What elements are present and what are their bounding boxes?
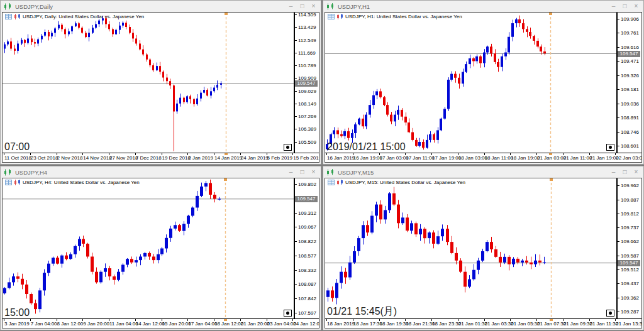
candle-body bbox=[203, 90, 205, 93]
price-tick-mark bbox=[618, 132, 619, 133]
price-tick-mark bbox=[618, 298, 619, 298]
candle-body bbox=[56, 258, 59, 263]
window-titlebar[interactable]: USDJPY,M15 – □ × bbox=[323, 166, 643, 178]
price-tick-mark bbox=[295, 284, 297, 285]
vline-bottom-marker[interactable] bbox=[224, 319, 227, 321]
price-tick-label: 109.761 bbox=[621, 30, 639, 36]
maximize-button[interactable]: □ bbox=[297, 2, 307, 11]
candle-body bbox=[135, 38, 137, 43]
price-tick-mark bbox=[295, 227, 297, 227]
price-axis[interactable]: 109.547 109.802109.312109.067108.822108.… bbox=[295, 178, 319, 319]
price-axis[interactable]: 109.547 114.309113.429112.549111.669110.… bbox=[295, 13, 319, 153]
price-tick-label: 109.326 bbox=[621, 72, 639, 78]
close-button[interactable]: × bbox=[631, 2, 641, 11]
time-tick-label: 3 Jan 2019 bbox=[4, 321, 30, 327]
plot-h1[interactable]: USDJPY, H1: United States Dollar vs. Jap… bbox=[325, 13, 618, 153]
maximize-button[interactable]: □ bbox=[297, 168, 307, 176]
maximize-button[interactable]: □ bbox=[620, 2, 630, 11]
time-axis[interactable]: 3 Jan 20197 Jan 04:008 Jan 12:009 Jan 20… bbox=[3, 319, 319, 328]
price-tick-label: 113.429 bbox=[298, 24, 316, 30]
candle-body bbox=[423, 229, 426, 238]
window-titlebar[interactable]: USDJPY,H1 – □ × bbox=[323, 1, 643, 12]
candle-body bbox=[143, 253, 147, 257]
candle-body bbox=[465, 64, 467, 72]
candle-body bbox=[469, 58, 471, 64]
close-button[interactable]: × bbox=[309, 2, 318, 11]
candle-body bbox=[481, 251, 484, 261]
time-axis[interactable]: 11 Oct 201823 Oct 20182 Nov 201814 Nov 2… bbox=[3, 153, 319, 162]
price-tick-mark bbox=[618, 104, 619, 104]
candle-body bbox=[156, 66, 158, 70]
vline-bottom-marker[interactable] bbox=[549, 153, 552, 155]
minimize-button[interactable]: – bbox=[609, 2, 618, 11]
candle-body bbox=[455, 253, 458, 261]
candle-body bbox=[483, 53, 486, 63]
price-tick-mark bbox=[618, 61, 619, 62]
time-axis[interactable]: 16 Jan 201916 Jan 19:0017 Jan 03:0017 Ja… bbox=[325, 153, 641, 162]
candle-body bbox=[526, 29, 528, 32]
candle-body bbox=[418, 142, 421, 146]
price-tick-mark bbox=[618, 19, 619, 19]
vline-top-marker[interactable] bbox=[225, 13, 228, 15]
scroll-to-end-button[interactable] bbox=[606, 144, 614, 151]
plot-h4[interactable]: USDJPY, H4: United States Dollar vs. Jap… bbox=[3, 178, 295, 319]
candle-body bbox=[512, 259, 515, 264]
plot-daily[interactable]: USDJPY, Daily: United States Dollar vs. … bbox=[3, 13, 295, 153]
candle-body bbox=[139, 43, 141, 49]
scroll-to-end-button[interactable] bbox=[284, 310, 292, 317]
candle-body bbox=[472, 58, 475, 62]
time-tick-label: 17 Jan 04:00 bbox=[188, 321, 217, 327]
candlestick-canvas[interactable] bbox=[3, 178, 294, 318]
scroll-to-end-button[interactable] bbox=[606, 310, 614, 317]
candle-body bbox=[196, 196, 199, 208]
candle-body bbox=[160, 249, 164, 254]
chart-info-line: USDJPY, H4: United States Dollar vs. Jap… bbox=[5, 180, 140, 185]
minimize-button[interactable]: – bbox=[609, 168, 618, 176]
window-title: USDJPY,H4 bbox=[15, 169, 284, 176]
close-button[interactable]: × bbox=[309, 168, 318, 176]
time-tick-label: 15 Feb 2019 bbox=[293, 155, 319, 161]
price-tick-mark bbox=[295, 27, 297, 28]
candle-body bbox=[379, 205, 382, 220]
candle-body bbox=[17, 43, 19, 51]
window-titlebar[interactable]: USDJPY,H4 – □ × bbox=[1, 166, 321, 178]
candle-body bbox=[384, 210, 387, 220]
candle-body bbox=[10, 41, 12, 49]
candle-body bbox=[119, 26, 121, 30]
time-annotation: 15:00 bbox=[4, 307, 30, 318]
window-titlebar[interactable]: USDJPY,Daily – □ × bbox=[1, 1, 321, 12]
minimize-button[interactable]: – bbox=[286, 2, 296, 11]
candle-body bbox=[204, 183, 208, 187]
time-tick-label: 18 Jan 12:00 bbox=[214, 321, 243, 327]
candle-body bbox=[375, 205, 378, 216]
candlestick-canvas[interactable] bbox=[325, 178, 616, 318]
vline-bottom-marker[interactable] bbox=[550, 319, 553, 321]
candle-body bbox=[446, 229, 449, 242]
candle-body bbox=[511, 23, 514, 37]
candle-body bbox=[8, 282, 11, 288]
candle-body bbox=[336, 130, 339, 134]
price-axis[interactable]: 109.547 109.906109.761109.616109.471109.… bbox=[618, 13, 641, 153]
current-price-tag: 109.547 bbox=[295, 80, 318, 87]
candle-body bbox=[112, 29, 114, 34]
price-axis[interactable]: 109.547 109.962109.887109.812109.737109.… bbox=[618, 178, 641, 319]
candlestick-canvas[interactable] bbox=[325, 13, 616, 153]
chart-window-h4: USDJPY,H4 – □ × USDJPY, H4: United State… bbox=[0, 166, 321, 330]
time-axis[interactable]: 18 Jan 201918 Jan 17:3018 Jan 19:3018 Ja… bbox=[325, 319, 641, 328]
close-button[interactable]: × bbox=[631, 168, 641, 176]
plot-m15[interactable]: USDJPY, M15: United States Dollar vs. Ja… bbox=[325, 178, 618, 319]
maximize-button[interactable]: □ bbox=[620, 168, 630, 176]
vline-top-marker[interactable] bbox=[224, 178, 227, 181]
vline-top-marker[interactable] bbox=[550, 178, 553, 181]
time-tick-label: 14 Jan 12:00 bbox=[136, 321, 165, 327]
candlestick-canvas[interactable] bbox=[3, 13, 294, 153]
minimize-button[interactable]: – bbox=[286, 168, 296, 176]
vline-top-marker[interactable] bbox=[549, 13, 552, 15]
vline-bottom-marker[interactable] bbox=[225, 153, 228, 155]
scroll-dot-icon bbox=[609, 312, 612, 315]
window-title: USDJPY,H1 bbox=[338, 3, 606, 10]
candle-body bbox=[516, 259, 519, 263]
candle-body bbox=[4, 45, 6, 49]
price-tick-label: 109.036 bbox=[621, 100, 639, 106]
scroll-to-end-button[interactable] bbox=[284, 144, 292, 151]
